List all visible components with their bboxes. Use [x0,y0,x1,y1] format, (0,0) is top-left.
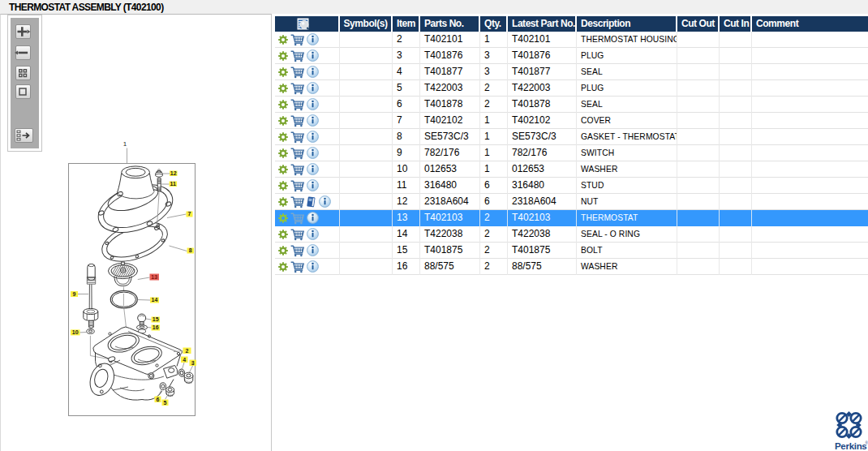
svg-text:3: 3 [191,360,195,366]
svg-text:12: 12 [170,170,177,176]
svg-text:9: 9 [73,291,76,297]
svg-text:7: 7 [188,211,191,217]
svg-text:4: 4 [183,357,186,363]
svg-text:2: 2 [186,348,189,354]
svg-text:13: 13 [151,274,157,280]
svg-text:8: 8 [189,247,192,253]
svg-text:®: ® [866,440,868,445]
svg-text:11: 11 [170,181,177,187]
svg-text:5: 5 [164,400,167,406]
svg-text:16: 16 [153,324,159,330]
svg-text:14: 14 [152,297,158,303]
svg-text:6: 6 [157,397,160,402]
svg-text:15: 15 [153,316,159,322]
svg-text:10: 10 [72,329,79,335]
svg-text:1: 1 [123,140,127,148]
svg-text:Perkins: Perkins [835,441,866,451]
